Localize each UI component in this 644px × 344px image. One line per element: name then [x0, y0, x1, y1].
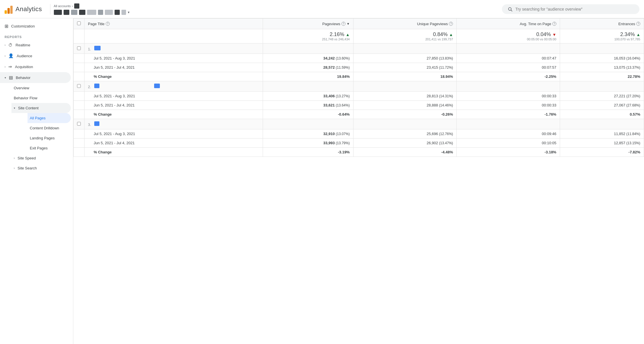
row1-entr2: 13,075 (13.37%)	[560, 63, 644, 72]
page-title-help-icon[interactable]: ?	[106, 22, 110, 26]
sidebar-item-content-drilldown[interactable]: Content Drilldown	[28, 123, 71, 133]
logo-area: Analytics	[5, 5, 42, 14]
row3-date2: Jun 5, 2021 - Jul 4, 2021	[85, 139, 263, 148]
row3-pv2: 33,993 (13.79%)	[263, 139, 354, 148]
search-input[interactable]	[515, 7, 634, 11]
entrances-help-icon[interactable]: ?	[636, 22, 640, 26]
analytics-logo	[5, 5, 13, 14]
select-all-header[interactable]	[74, 19, 85, 29]
view-block-7[interactable]	[121, 10, 126, 15]
row3-avgtime2: 00:10:05	[457, 139, 560, 148]
unique-help-icon[interactable]: ?	[449, 22, 453, 26]
avgtime-help-icon[interactable]: ?	[552, 22, 556, 26]
row2-unique-cell	[353, 81, 457, 92]
summary-avgtime-pct: 0.04% ▼	[536, 31, 556, 37]
row2-entrances-cell	[560, 81, 644, 92]
row1-checkbox[interactable]	[77, 46, 81, 50]
col-avg-time: Avg. Time on Page ?	[457, 19, 560, 29]
row3-change-label: % Change	[85, 148, 263, 157]
table-row: Jul 5, 2021 - Aug 3, 2021 33,406 (13.27%…	[74, 92, 644, 101]
row2-change-uniq: -0.26%	[353, 110, 457, 119]
row1-date2: Jun 5, 2021 - Jul 4, 2021	[85, 63, 263, 72]
row1-change-pv: 19.84%	[263, 72, 354, 81]
row2-change-avgtime: -1.76%	[457, 110, 560, 119]
row2-pv1: 33,406 (13.27%)	[263, 92, 354, 101]
person-icon: 👤	[8, 53, 14, 58]
row2-date2: Jun 5, 2021 - Jul 4, 2021	[85, 101, 263, 110]
fork-icon: ⇒	[8, 64, 12, 69]
sidebar-item-landing-pages[interactable]: Landing Pages	[28, 133, 71, 143]
view-block-1[interactable]	[71, 10, 77, 15]
row3-uniq2: 26,902 (13.47%)	[353, 139, 457, 148]
account-breadcrumb[interactable]: All accounts ›	[54, 3, 129, 9]
sidebar-item-site-search[interactable]: › Site Search	[11, 163, 71, 173]
row3-entrances-cell	[560, 119, 644, 129]
summary-row: 2.16% ▲ 251,748 vs 246,434 0.84% ▲ 201,4…	[74, 29, 644, 44]
sidebar-item-realtime[interactable]: › ⏱ Realtime	[0, 40, 71, 50]
table-row: % Change 19.84% 18.94% -2.25% 22.78%	[74, 72, 644, 81]
view-block-2[interactable]	[79, 10, 85, 15]
row1-uniq2: 23,415 (11.72%)	[353, 63, 457, 72]
row3-unique-cell	[353, 119, 457, 129]
col-entrances: Entrances ?	[560, 19, 644, 29]
site-content-sub-menu: All Pages Content Drilldown Landing Page…	[11, 113, 73, 153]
row1-change-label: % Change	[85, 72, 263, 81]
row1-change-entr: 22.78%	[560, 72, 644, 81]
account-area: All accounts › ▾	[54, 3, 129, 15]
sidebar-item-behavior[interactable]: ▾ ▤ Behavior	[0, 72, 71, 83]
view-block-3[interactable]	[87, 10, 96, 15]
account-dropdown-arrow[interactable]: ▾	[128, 10, 129, 14]
table-row: 2.	[74, 81, 644, 92]
select-all-checkbox[interactable]	[77, 21, 81, 25]
row3-checkbox[interactable]	[77, 122, 81, 126]
pageviews-sort-icon[interactable]: ▼	[347, 22, 350, 25]
svg-line-1	[511, 10, 512, 11]
row1-change-avgtime: -2.25%	[457, 72, 560, 81]
app-title: Analytics	[15, 5, 42, 13]
account-selectors: ▾	[54, 10, 129, 15]
row2-pageviews-cell	[263, 81, 354, 92]
unique-up-arrow: ▲	[449, 32, 453, 37]
col-page-title: Page Title ?	[85, 19, 263, 29]
row2-checkbox-cell[interactable]	[74, 81, 85, 92]
table-row: 1.	[74, 44, 644, 54]
view-block-6[interactable]	[115, 10, 120, 15]
row3-change-uniq: -4.48%	[353, 148, 457, 157]
grid-icon: ⊞	[5, 23, 8, 29]
chevron-right-icon-ss: ›	[14, 157, 15, 160]
sidebar-item-site-speed[interactable]: › Site Speed	[11, 153, 71, 163]
row1-checkbox-cell[interactable]	[74, 44, 85, 54]
row3-block-1	[94, 121, 99, 126]
row3-page-title-cell: 3.	[85, 119, 263, 129]
row1-page-title-cell: 1.	[85, 44, 263, 54]
view-block-5[interactable]	[105, 10, 113, 15]
prop-block-2[interactable]	[64, 10, 69, 15]
sidebar-item-exit-pages[interactable]: Exit Pages	[28, 143, 71, 153]
row3-checkbox-cell[interactable]	[74, 119, 85, 129]
row2-checkbox[interactable]	[77, 84, 81, 88]
row3-pv1: 32,910 (13.07%)	[263, 129, 354, 139]
row3-pageviews-cell	[263, 119, 354, 129]
pageviews-help-icon[interactable]: ?	[341, 22, 345, 26]
row2-change-entr: 0.57%	[560, 110, 644, 119]
summary-pageviews-abs: 251,748 vs 246,434	[266, 37, 350, 41]
sidebar-item-site-content[interactable]: ▾ Site Content	[11, 103, 71, 113]
row2-page-title-cell: 2.	[85, 81, 263, 92]
prop-block-1[interactable]	[54, 10, 62, 15]
row1-entrances-cell	[560, 44, 644, 54]
reports-label: REPORTS	[0, 32, 73, 40]
sidebar-item-behavior-flow[interactable]: Behavior Flow	[11, 93, 71, 103]
row2-avgtime-cell	[457, 81, 560, 92]
row3-number: 3.	[88, 122, 91, 127]
row2-entr1: 27,221 (27.20%)	[560, 92, 644, 101]
search-icon	[508, 7, 513, 12]
sidebar-item-all-pages[interactable]: All Pages	[28, 113, 71, 123]
sidebar-item-audience[interactable]: › 👤 Audience	[0, 50, 71, 61]
sidebar-item-overview[interactable]: Overview	[11, 83, 71, 93]
summary-entrances-pct: 2.34% ▲	[620, 31, 640, 37]
row3-avgtime1: 00:09:46	[457, 129, 560, 139]
search-bar[interactable]	[502, 4, 639, 14]
sidebar-item-customization[interactable]: ⊞ Customization	[0, 21, 71, 32]
sidebar-item-acquisition[interactable]: › ⇒ Acquisition	[0, 61, 71, 72]
view-block-4[interactable]	[98, 10, 103, 15]
